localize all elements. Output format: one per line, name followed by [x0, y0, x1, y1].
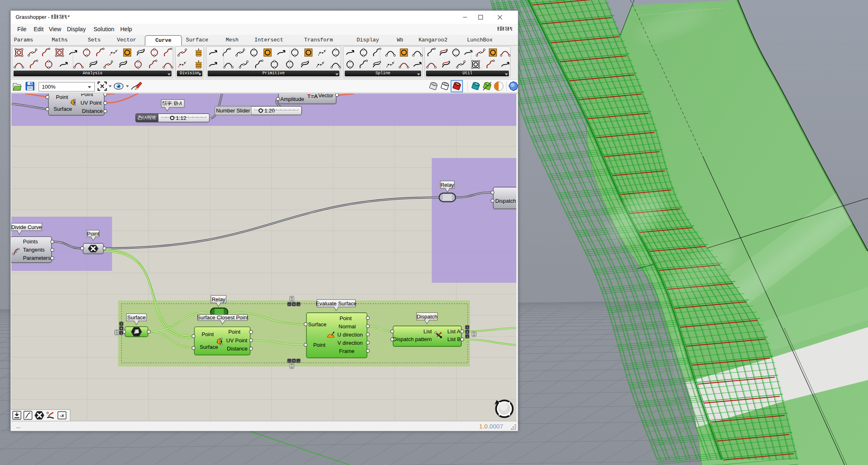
svg-text:Distance: Distance	[227, 346, 248, 352]
svg-text:+: +	[466, 330, 468, 334]
svg-text:Distance: Distance	[82, 108, 103, 114]
svg-text:=A: =A	[311, 94, 318, 99]
svg-text:←: ←	[288, 359, 291, 363]
svg-text:Frame: Frame	[339, 348, 355, 354]
svg-text:Dispatch: Dispatch	[495, 198, 516, 204]
svg-text:Surface: Surface	[308, 321, 327, 328]
svg-text:U direction: U direction	[337, 332, 363, 338]
svg-text:↑: ↑	[467, 326, 468, 330]
svg-text:Evaluate Surface: Evaluate Surface	[316, 300, 356, 307]
svg-text:Number Slider: Number Slider	[216, 108, 250, 114]
svg-text:-x: -x	[60, 413, 64, 418]
svg-text:Point: Point	[339, 315, 352, 321]
svg-text:Amplitude: Amplitude	[280, 96, 304, 102]
svg-text:Point: Point	[228, 329, 240, 335]
svg-text:Point: Point	[313, 342, 325, 348]
svg-text:↑: ↑	[121, 322, 122, 326]
svg-text:Point: Point	[56, 94, 68, 100]
svg-text:+: +	[293, 359, 295, 363]
svg-text:Surface: Surface	[200, 344, 218, 350]
svg-text:Divide Curve: Divide Curve	[11, 224, 41, 230]
svg-text:Point: Point	[202, 331, 214, 337]
svg-text:Surface Closest Point: Surface Closest Point	[197, 314, 248, 321]
svg-text:↓: ↓	[121, 331, 122, 335]
svg-text:List A: List A	[447, 328, 460, 334]
svg-text:Parameters: Parameters	[23, 255, 51, 261]
svg-text:T: T	[307, 94, 311, 99]
svg-text:V direction: V direction	[337, 340, 362, 346]
svg-text:Vector: Vector	[318, 94, 334, 98]
svg-text:Relay: Relay	[440, 182, 454, 188]
svg-text:UV Point: UV Point	[226, 337, 247, 344]
svg-text:→: →	[297, 359, 300, 363]
svg-text:→: →	[297, 302, 300, 306]
svg-text:Points: Points	[23, 238, 38, 245]
svg-text:+: +	[120, 327, 122, 330]
svg-text:Normal: Normal	[339, 323, 356, 330]
svg-text:Relay: Relay	[212, 296, 226, 302]
svg-text:Dispatch: Dispatch	[417, 314, 437, 320]
svg-text:UV Point: UV Point	[80, 100, 102, 106]
svg-text:↓: ↓	[467, 335, 468, 339]
svg-text:+: +	[293, 302, 295, 306]
svg-text:List: List	[424, 328, 432, 334]
svg-text:Point: Point	[87, 231, 99, 237]
svg-text:Tangents: Tangents	[23, 247, 45, 253]
svg-text:Point: Point	[81, 94, 93, 97]
svg-text:List B: List B	[447, 336, 461, 342]
svg-text:Surface: Surface	[127, 314, 146, 321]
svg-text:1.12: 1.12	[176, 115, 186, 121]
svg-text:Surface: Surface	[54, 106, 72, 112]
svg-text:Dispatch pattern: Dispatch pattern	[393, 336, 432, 342]
svg-text:1.20: 1.20	[264, 108, 275, 114]
svg-text:←: ←	[288, 302, 291, 306]
